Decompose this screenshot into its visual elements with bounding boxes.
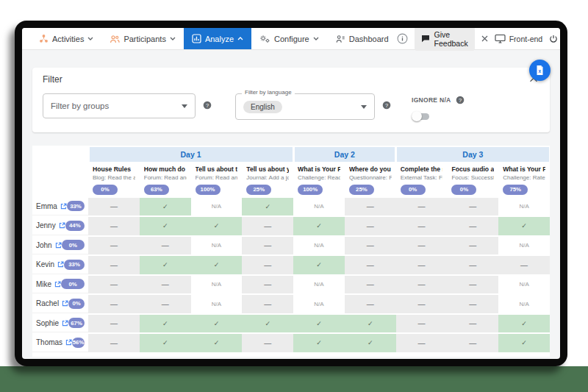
activity-subtitle: Challenge: Read an... — [298, 174, 340, 181]
dash-label: — — [469, 241, 476, 249]
progress-cell-na: N/A — [191, 198, 243, 216]
dash-label: — — [469, 261, 476, 269]
ignore-na-toggle[interactable] — [412, 111, 431, 121]
participant-name: Sophie — [36, 319, 59, 327]
progress-cell-dash: — — [88, 237, 140, 255]
export-fab-button[interactable]: x — [529, 60, 551, 81]
page-footer-strip — [0, 366, 588, 392]
progress-cell-dash: — — [396, 217, 448, 235]
progress-cell-dash: — — [345, 256, 396, 274]
dash-label: — — [162, 300, 169, 308]
dash-label: — — [367, 300, 374, 308]
progress-cell-dash: — — [447, 256, 498, 274]
progress-cell-check: ✓ — [293, 217, 345, 235]
give-feedback-label: Give Feedback — [434, 30, 468, 48]
progress-cell-dash: — — [447, 315, 498, 333]
feedback-icon — [421, 35, 430, 43]
logout-button[interactable]: Logout — [549, 35, 560, 43]
progress-cell-na: N/A — [293, 198, 345, 216]
progress-cell-check: ✓ — [242, 315, 293, 333]
activity-completion-badge: 0% — [93, 185, 118, 195]
dash-label: — — [418, 319, 426, 327]
nav-item-participants[interactable]: Participants — [101, 28, 183, 49]
groups-help-icon[interactable]: ? — [203, 101, 212, 110]
activity-title: Complete the surve... — [401, 165, 443, 173]
na-label: N/A — [212, 281, 221, 288]
dash-label: — — [110, 319, 118, 327]
activity-title: Where do you drink... — [349, 165, 392, 173]
nav-item-dashboard[interactable]: Dashboard — [327, 28, 397, 49]
progress-cell-dash: — — [447, 276, 498, 294]
progress-table: Day 1Day 2Day 3House RulesBlog: Read the… — [32, 146, 550, 357]
participant-completion-badge: 44% — [65, 221, 85, 231]
ignore-na-label: IGNORE N/A — [412, 96, 451, 104]
progress-cell-na: N/A — [191, 295, 243, 313]
check-icon: ✓ — [162, 222, 168, 229]
day-group-header: Day 2 — [295, 147, 395, 162]
activity-completion-badge: 25% — [246, 185, 271, 195]
ignore-na-control: IGNORE N/A ? — [412, 93, 465, 124]
chevron-down-icon — [361, 105, 367, 109]
progress-cell-check: ✓ — [140, 334, 191, 352]
filter-title: Filter — [43, 74, 62, 85]
external-link-icon[interactable] — [55, 242, 62, 249]
activity-column-header: Focus audio and vi...Focus: Successfully… — [447, 162, 498, 198]
window-frame: ActivitiesParticipantsAnalyzeConfigureDa… — [15, 21, 567, 366]
external-link-icon[interactable] — [54, 281, 61, 288]
dash-label: — — [469, 319, 476, 327]
external-link-icon[interactable] — [62, 320, 68, 327]
filter-language-select[interactable]: Filter by language English — [235, 93, 375, 120]
activity-subtitle: Focus: Successfully... — [451, 174, 494, 181]
progress-cell-dash: — — [88, 315, 140, 333]
filter-language-label: Filter by language — [242, 89, 295, 96]
progress-cell-check: ✓ — [498, 217, 550, 235]
language-chip[interactable]: English — [243, 101, 282, 113]
activity-subtitle: Forum: Read and a... — [196, 174, 238, 181]
participant-row-header: Kevin33% — [32, 256, 88, 274]
participants-icon — [110, 35, 120, 43]
external-link-icon[interactable] — [62, 300, 68, 307]
svg-text:?: ? — [206, 102, 209, 109]
activity-column-header: House RulesBlog: Read the article0% — [88, 162, 140, 198]
dash-label: — — [367, 280, 374, 288]
info-icon[interactable] — [397, 33, 408, 44]
app-window: ActivitiesParticipantsAnalyzeConfigureDa… — [22, 28, 560, 359]
progress-cell-na: N/A — [293, 237, 345, 255]
progress-cell-dash: — — [396, 198, 448, 216]
nav-item-label: Activities — [52, 35, 84, 43]
participant-completion-badge: 67% — [68, 318, 85, 328]
external-link-icon[interactable] — [59, 222, 65, 229]
progress-cell-check: ✓ — [140, 256, 191, 274]
activity-title: Tell us about the c... — [196, 165, 238, 173]
dash-label: — — [264, 222, 271, 230]
check-icon: ✓ — [368, 320, 373, 327]
progress-cell-na: N/A — [498, 237, 550, 255]
progress-cell-check: ✓ — [498, 334, 550, 352]
na-label: N/A — [314, 301, 323, 307]
check-icon: ✓ — [368, 339, 373, 346]
dash-label: — — [367, 202, 374, 210]
give-feedback-button[interactable]: Give Feedback — [415, 28, 475, 51]
dash-label: — — [162, 241, 169, 249]
filter-groups-select[interactable]: Filter by groups — [43, 93, 196, 118]
check-icon: ✓ — [162, 320, 168, 327]
external-link-icon[interactable] — [57, 261, 64, 268]
external-link-icon[interactable] — [65, 339, 72, 346]
check-icon: ✓ — [265, 203, 270, 210]
progress-cell-check: ✓ — [293, 315, 345, 333]
nav-item-analyze[interactable]: Analyze — [184, 28, 251, 49]
nav-item-activities[interactable]: Activities — [31, 28, 101, 49]
ignore-na-help-icon[interactable]: ? — [456, 96, 465, 104]
dash-label: — — [264, 300, 271, 308]
close-feedback-icon[interactable] — [481, 35, 488, 42]
activity-column-header: Where do you drink...Questionnaire: Fini… — [345, 162, 396, 198]
nav-item-configure[interactable]: Configure — [251, 28, 327, 49]
progress-cell-dash: — — [140, 237, 191, 255]
external-link-icon[interactable] — [60, 203, 67, 210]
frontend-button[interactable]: Front-end — [495, 34, 543, 43]
dash-label: — — [264, 280, 271, 288]
nav-item-label: Dashboard — [349, 35, 389, 43]
language-help-icon[interactable]: ? — [382, 101, 391, 110]
progress-cell-dash: — — [447, 237, 498, 255]
check-icon: ✓ — [162, 261, 168, 268]
